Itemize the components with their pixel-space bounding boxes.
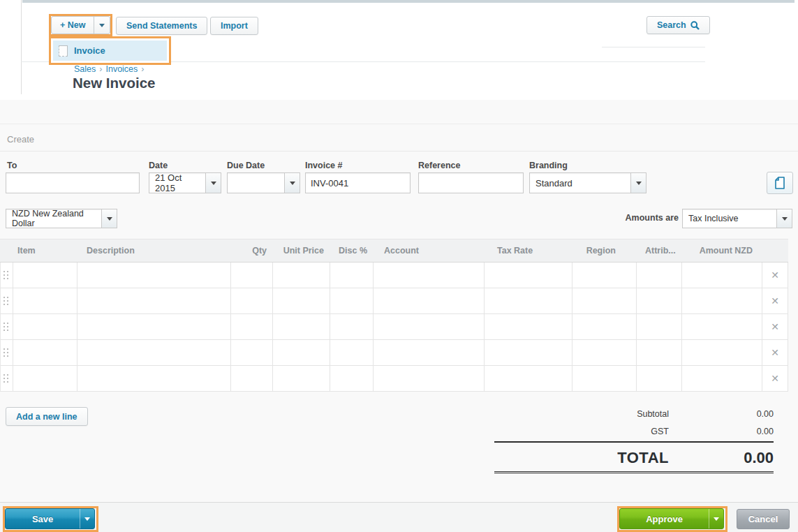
row-delete-cell: ✕ (762, 263, 788, 288)
cell-attributes[interactable] (637, 366, 682, 391)
approve-dropdown-toggle[interactable] (709, 509, 723, 529)
cell-region[interactable] (572, 314, 637, 339)
due-date-select-toggle[interactable] (284, 173, 300, 193)
currency-select[interactable]: NZD New Zealand Dollar (6, 209, 117, 228)
amounts-are-select[interactable]: Tax Inclusive (682, 209, 792, 228)
column-header-amount: Amount NZD (682, 239, 762, 263)
branding-select[interactable]: Standard (529, 172, 646, 193)
reference-field[interactable] (418, 172, 524, 193)
cell-account[interactable] (374, 340, 485, 365)
cell-unit-price[interactable] (273, 263, 330, 288)
cell-qty[interactable] (231, 288, 273, 313)
cell-item[interactable] (13, 340, 77, 365)
cell-qty[interactable] (231, 314, 273, 339)
cell-amount[interactable] (682, 263, 762, 288)
cell-unit-price[interactable] (273, 340, 330, 365)
cell-account[interactable] (374, 366, 485, 391)
row-drag-handle[interactable] (1, 288, 13, 313)
date-select-toggle[interactable] (205, 173, 221, 193)
cell-amount[interactable] (682, 366, 762, 391)
branding-label: Branding (529, 161, 568, 170)
delete-row-icon[interactable]: ✕ (762, 288, 788, 313)
cell-description[interactable] (77, 263, 231, 288)
cell-tax-rate[interactable] (485, 263, 572, 288)
cell-disc[interactable] (330, 263, 374, 288)
breadcrumb-sales-link[interactable]: Sales (74, 64, 96, 74)
cell-unit-price[interactable] (273, 314, 330, 339)
delete-row-icon[interactable]: ✕ (762, 314, 788, 339)
cell-item[interactable] (13, 314, 77, 339)
cell-qty[interactable] (231, 340, 273, 365)
cell-disc[interactable] (330, 314, 374, 339)
cell-item[interactable] (13, 263, 77, 288)
new-split-button[interactable]: + New (51, 16, 110, 34)
cell-description[interactable] (77, 288, 231, 313)
cell-tax-rate[interactable] (485, 314, 572, 339)
totals-double-rule (494, 471, 774, 473)
delete-row-icon[interactable]: ✕ (762, 263, 788, 288)
save-dropdown-toggle[interactable] (80, 509, 94, 529)
approve-button[interactable]: Approve (620, 509, 709, 529)
save-button[interactable]: Save (6, 509, 80, 529)
cell-region[interactable] (572, 340, 637, 365)
cell-disc[interactable] (330, 288, 374, 313)
amounts-are-select-toggle[interactable] (776, 209, 792, 228)
cancel-button[interactable]: Cancel (737, 509, 790, 529)
row-drag-handle[interactable] (1, 263, 13, 288)
import-button[interactable]: Import (210, 17, 258, 35)
table-row: ✕ (0, 340, 788, 366)
row-drag-handle[interactable] (1, 340, 13, 365)
drag-handle-icon (3, 271, 5, 272)
cell-attributes[interactable] (637, 263, 682, 288)
table-row: ✕ (0, 288, 788, 314)
date-select[interactable]: 21 Oct 2015 (149, 172, 221, 193)
save-split-button[interactable]: Save (5, 508, 95, 529)
cell-item[interactable] (13, 288, 77, 313)
cell-region[interactable] (572, 366, 637, 391)
cell-disc[interactable] (330, 366, 374, 391)
due-date-select[interactable] (227, 172, 300, 193)
add-new-line-button[interactable]: Add a new line (6, 407, 88, 426)
search-button[interactable]: Search (646, 16, 710, 34)
cell-description[interactable] (77, 314, 231, 339)
cell-qty[interactable] (231, 263, 273, 288)
preview-template-button[interactable] (767, 172, 793, 194)
breadcrumb-invoices-link[interactable]: Invoices (105, 64, 138, 74)
invoice-number-field[interactable] (305, 172, 411, 193)
cell-tax-rate[interactable] (485, 366, 572, 391)
cell-attributes[interactable] (637, 288, 682, 313)
cell-qty[interactable] (231, 366, 273, 391)
cell-account[interactable] (374, 263, 485, 288)
cell-disc[interactable] (330, 340, 374, 365)
drag-handle-icon (3, 374, 5, 376)
delete-row-icon[interactable]: ✕ (762, 340, 788, 365)
cell-unit-price[interactable] (273, 366, 330, 391)
send-statements-button[interactable]: Send Statements (116, 17, 207, 35)
cell-description[interactable] (77, 340, 231, 365)
row-drag-handle[interactable] (1, 366, 13, 391)
cell-amount[interactable] (682, 314, 762, 339)
cell-unit-price[interactable] (273, 288, 330, 313)
new-dropdown-toggle[interactable] (94, 17, 110, 34)
cell-tax-rate[interactable] (485, 340, 572, 365)
new-button[interactable]: + New (52, 17, 94, 34)
approve-split-button[interactable]: Approve (619, 508, 724, 529)
row-drag-handle[interactable] (1, 314, 13, 339)
cell-region[interactable] (572, 288, 637, 313)
cell-item[interactable] (13, 366, 77, 391)
cell-tax-rate[interactable] (485, 288, 572, 313)
to-field[interactable] (6, 172, 140, 193)
cell-account[interactable] (374, 314, 485, 339)
currency-select-toggle[interactable] (101, 209, 117, 228)
branding-select-toggle[interactable] (630, 173, 646, 193)
delete-row-icon[interactable]: ✕ (762, 366, 788, 391)
cell-description[interactable] (77, 366, 231, 391)
cell-region[interactable] (572, 263, 637, 288)
chevron-down-icon (714, 517, 719, 521)
cell-attributes[interactable] (637, 314, 682, 339)
menu-item-invoice[interactable]: Invoice (53, 40, 167, 61)
cell-attributes[interactable] (637, 340, 682, 365)
cell-amount[interactable] (682, 288, 762, 313)
cell-amount[interactable] (682, 340, 762, 365)
cell-account[interactable] (374, 288, 485, 313)
